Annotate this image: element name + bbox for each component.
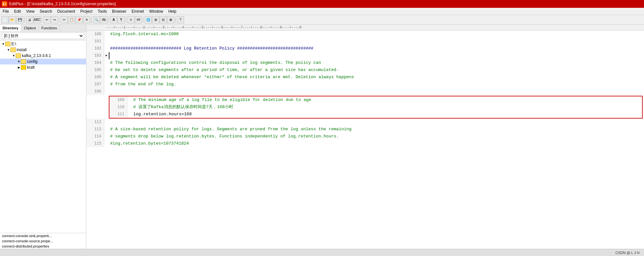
redo-button[interactable]: ↪	[51, 16, 58, 23]
splitv-button[interactable]: ⊞	[152, 16, 159, 23]
line-content-104[interactable]: # The following configurations control t…	[109, 59, 644, 66]
line-arrow-111	[127, 111, 132, 118]
sidebar-files: connect-console-sink.properti... connect…	[0, 233, 86, 249]
toolbar-separator-6	[126, 17, 126, 23]
code-line-100: 100 #log.flush.interval.ms=1000	[86, 31, 644, 38]
splith-button[interactable]: ⊟	[160, 16, 167, 23]
tree-item-kraft[interactable]: ▶ kraft	[0, 64, 86, 70]
sidebar-drive: [E:] 软件	[0, 32, 86, 40]
line-num-108: 108	[86, 88, 104, 95]
fullscreen-button[interactable]: ⊠	[167, 16, 174, 23]
title-text: EditPlus - [E:\install\kafka_2.13-3.6.1\…	[9, 2, 116, 6]
code-line-111: 111 log.retention.hours=168	[109, 111, 642, 118]
file-item-1[interactable]: connect-console-source.prope...	[0, 238, 86, 244]
tree-item-install[interactable]: ▼ install	[0, 47, 86, 53]
tree-label-config: config	[27, 59, 37, 64]
line-content-103[interactable]: ​	[109, 52, 644, 59]
menu-item-view[interactable]: View	[23, 8, 37, 14]
line-content-107[interactable]: # from the end of the log.	[109, 81, 644, 88]
line-content-111[interactable]: log.retention.hours=168	[132, 111, 642, 118]
line-num-103: 103	[86, 52, 104, 59]
code-line-105: 105 # be set to delete segments after a …	[86, 66, 644, 74]
code-line-115: 115 #log.retention.bytes=1073741824	[86, 140, 644, 147]
paste-button[interactable]: 📌	[76, 16, 83, 23]
line-arrow-102	[104, 45, 109, 52]
line-arrow-101	[104, 38, 109, 45]
line-num-115: 115	[86, 140, 104, 147]
line-arrow-106	[104, 74, 109, 81]
cut-button[interactable]: ✂	[61, 16, 68, 23]
editor-area[interactable]: ----+----1----+----2----+----3----+----4…	[86, 25, 644, 249]
open-button[interactable]: 📂	[9, 16, 16, 23]
tree-item-kafka[interactable]: ▼ kafka_2.13-3.6.1	[0, 53, 86, 59]
delete-button[interactable]: ✕	[83, 16, 90, 23]
spell-button[interactable]: ABC	[34, 16, 41, 23]
line-content-113[interactable]: # A size-based retention policy for logs…	[109, 126, 644, 133]
linenum-button[interactable]: ##	[135, 16, 142, 23]
folder-icon-kraft	[21, 65, 26, 70]
menu-item-edit[interactable]: Edit	[11, 8, 23, 14]
code-line-101: 101	[86, 38, 644, 45]
menu-item-window[interactable]: Window	[147, 8, 166, 14]
code-scroll[interactable]: 100 #log.flush.interval.ms=1000 101 102 …	[86, 31, 644, 249]
menu-item-project[interactable]: Project	[78, 8, 95, 14]
drive-selector[interactable]: [E:] 软件	[2, 33, 84, 39]
sidebar-tab-directory[interactable]: Directory	[0, 25, 21, 31]
toolbar-separator-4	[91, 17, 92, 23]
tree-item-config[interactable]: ▼ config	[0, 59, 86, 64]
indent-button[interactable]: ¶	[118, 16, 125, 23]
line-num-104: 104	[86, 59, 104, 66]
help-button[interactable]: ?	[177, 16, 184, 23]
wordwrap-button[interactable]: ≡	[127, 16, 135, 23]
find-button[interactable]: 🔍	[93, 16, 100, 23]
menu-item-browser[interactable]: Browser	[109, 8, 129, 14]
undo-button[interactable]: ↩	[43, 16, 50, 23]
line-content-106[interactable]: # A segment will be deleted whenever *ei…	[109, 74, 644, 81]
save-button[interactable]: 💾	[16, 16, 23, 23]
code-line-104: 104 # The following configurations contr…	[86, 59, 644, 66]
bold-button[interactable]: A	[110, 16, 117, 23]
line-content-114[interactable]: # segments drop below log.retention.byte…	[109, 133, 644, 140]
code-line-113: 113 # A size-based retention policy for …	[86, 126, 644, 133]
file-item-2[interactable]: connect-distributed.properties	[0, 244, 86, 249]
menu-item-document[interactable]: Document	[55, 8, 78, 14]
line-content-100[interactable]: #log.flush.interval.ms=1000	[109, 31, 644, 38]
line-content-101[interactable]	[109, 38, 644, 45]
folder-icon-config	[21, 59, 26, 64]
toolbar-separator-5	[108, 17, 109, 23]
toolbar-separator-8	[175, 17, 176, 23]
sidebar-tab-functions[interactable]: Functions	[39, 25, 60, 31]
sidebar-tab-cliptext[interactable]: Cliptext	[21, 25, 39, 31]
line-num-114: 114	[86, 133, 104, 140]
sidebar-tabs: Directory Cliptext Functions	[0, 25, 86, 32]
menu-item-emmet[interactable]: Emmet	[129, 8, 147, 14]
line-content-105[interactable]: # be set to delete segments after a peri…	[109, 66, 644, 74]
menu-item-search[interactable]: Search	[37, 8, 55, 14]
new-button[interactable]: 📄	[1, 16, 8, 23]
folder-icon-install	[10, 48, 16, 52]
line-content-110[interactable]: # 设置了Kafka消息的默认保存时间是7天，168小时	[132, 104, 642, 111]
code-line-108: 108	[86, 88, 644, 95]
tree-arrow-install: ▼	[7, 48, 10, 51]
line-content-102[interactable]: ############################ Log Retenti…	[109, 45, 644, 52]
line-arrow-107	[104, 81, 109, 88]
line-content-115[interactable]: #log.retention.bytes=1073741824	[109, 140, 644, 147]
line-num-101: 101	[86, 38, 104, 45]
copy-button[interactable]: 📋	[68, 16, 75, 23]
browser-button[interactable]: 🌐	[145, 16, 152, 23]
line-content-109[interactable]: # The minimum age of a log file to be el…	[132, 96, 642, 104]
menu-item-help[interactable]: Help	[166, 8, 179, 14]
line-arrow-112	[104, 119, 109, 126]
main-area: Directory Cliptext Functions [E:] 软件 ▼ E…	[0, 25, 644, 249]
menu-item-file[interactable]: File	[0, 8, 11, 14]
line-content-108[interactable]	[109, 88, 644, 95]
line-content-112[interactable]	[109, 119, 644, 126]
ruler-text: ----+----1----+----2----+----3----+----4…	[106, 26, 301, 29]
tree-item-edrive[interactable]: ▼ E:\	[0, 41, 86, 47]
replace-button[interactable]: Ab	[100, 16, 107, 23]
print-button[interactable]: 🖨	[26, 16, 33, 23]
line-num-107: 107	[86, 81, 104, 88]
code-line-112: 112	[86, 119, 644, 126]
file-item-0[interactable]: connect-console-sink.properti...	[0, 233, 86, 238]
menu-item-tools[interactable]: Tools	[95, 8, 109, 14]
